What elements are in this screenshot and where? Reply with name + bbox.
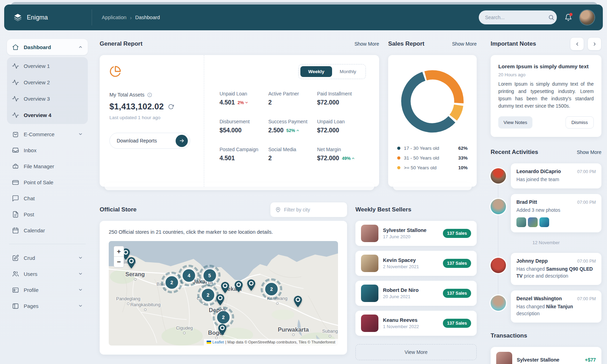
- brand[interactable]: Enigma: [4, 9, 92, 25]
- profile-avatar[interactable]: [580, 10, 594, 25]
- seller-photo: [361, 255, 378, 272]
- transaction-name: Sylvester Stallone: [517, 357, 585, 363]
- sidebar-item-overview-1[interactable]: Overview 1: [7, 58, 88, 74]
- map-pin-marker[interactable]: [293, 295, 302, 308]
- activity-avatar: [491, 168, 506, 184]
- store-map[interactable]: CilegonSerangPandeglangRangkasbitungBala…: [109, 241, 338, 346]
- sidebar-item-chat[interactable]: Chat: [7, 190, 88, 206]
- sidebar-item-label: Chat: [24, 195, 83, 201]
- weekly-best-sellers-title: Weekly Best Sellers: [355, 206, 411, 213]
- sales-report-show-more[interactable]: Show More: [452, 41, 477, 47]
- sidebar-item-overview-2[interactable]: Overview 2: [7, 74, 88, 91]
- breadcrumb-parent[interactable]: Application: [102, 15, 126, 20]
- map-pin-marker[interactable]: [216, 294, 224, 306]
- sidebar-item-pages[interactable]: Pages: [7, 298, 88, 314]
- seller-card[interactable]: Sylvester Stallone 17 June 2020 137 Sale…: [355, 221, 477, 246]
- filter-by-city-input[interactable]: [284, 207, 347, 212]
- activity-avatar: [491, 295, 506, 311]
- seller-date: 20 June 2021: [383, 294, 443, 299]
- seller-card[interactable]: Keanu Reeves 1 November 2022 137 Sales: [355, 311, 477, 336]
- activity-card[interactable]: Brad Pitt 07:00 PM Added 3 new photos: [511, 194, 601, 232]
- photo-thumbnail: [528, 217, 538, 227]
- chevron-down-icon: [78, 132, 83, 137]
- sidebar-item-file-manager[interactable]: File Manager: [7, 158, 88, 174]
- breadcrumb-current[interactable]: Dashboard: [135, 15, 160, 20]
- toggle-monthly[interactable]: Monthly: [332, 66, 364, 77]
- transaction-avatar: [496, 352, 512, 364]
- activity-card[interactable]: Denzel Washington 07:00 PM Has changed N…: [511, 291, 601, 323]
- general-report-show-more[interactable]: Show More: [354, 41, 379, 47]
- download-reports-button[interactable]: Download Reports: [109, 133, 190, 149]
- notes-next-button[interactable]: [587, 37, 601, 51]
- notes-prev-button[interactable]: [570, 37, 584, 51]
- notification-badge: [569, 13, 573, 16]
- map-pin-marker[interactable]: [127, 257, 136, 269]
- stat-unpaid-loan-2: Unpaid Loan $72.000: [317, 119, 366, 134]
- note-heading: Lorem Ipsum is simply dummy text: [498, 63, 594, 70]
- activity-card[interactable]: Leonardo DiCaprio 07:00 PM Has joined th…: [511, 163, 601, 188]
- search-input[interactable]: [485, 15, 548, 20]
- activity-icon: [12, 79, 19, 86]
- activity-avatar: [491, 258, 506, 273]
- sidebar-item-users[interactable]: Users: [7, 266, 88, 282]
- legend-row: >= 50 Years old 10%: [397, 165, 468, 170]
- map-cluster-marker[interactable]: 4: [183, 269, 195, 282]
- sidebar-item-label: Inbox: [24, 147, 83, 153]
- recent-activities-show-more[interactable]: Show More: [577, 149, 601, 155]
- notifications-button[interactable]: [564, 14, 572, 21]
- zoom-in-button[interactable]: +: [114, 246, 124, 257]
- sidebar-item-profile[interactable]: Profile: [7, 282, 88, 298]
- pie-chart-icon: [109, 65, 194, 77]
- sidebar-item-label: Pages: [24, 303, 78, 309]
- refresh-icon[interactable]: [168, 104, 174, 110]
- dismiss-button[interactable]: Dismiss: [566, 116, 594, 129]
- map-city-dot: [329, 335, 331, 338]
- sidebar-item-calendar[interactable]: Calendar: [7, 222, 88, 238]
- map-pin-marker[interactable]: [235, 280, 243, 293]
- sidebar-item-inbox[interactable]: Inbox: [7, 142, 88, 158]
- seller-date: 1 November 2022: [383, 324, 443, 329]
- view-more-button[interactable]: View More: [355, 344, 477, 360]
- activity-time: 07:00 PM: [577, 259, 596, 264]
- sidebar-item-overview-4[interactable]: Overview 4: [7, 107, 88, 123]
- activity-card[interactable]: Johnny Depp 07:00 PM Has changed Samsung…: [511, 253, 601, 285]
- view-notes-button[interactable]: View Notes: [498, 116, 532, 129]
- sidebar-item-ecommerce[interactable]: E-Commerce: [7, 126, 88, 142]
- map-cluster-marker[interactable]: 2: [202, 289, 214, 301]
- sidebar-item-post[interactable]: Post: [7, 206, 88, 222]
- transaction-item[interactable]: Sylvester Stallone +$77: [491, 347, 601, 364]
- map-city-dot: [127, 303, 129, 305]
- sidebar-item-overview-3[interactable]: Overview 3: [7, 91, 88, 107]
- stats-grid: Unpaid Loan 4.501 2% Active Partner 2: [220, 91, 366, 162]
- sidebar-item-crud[interactable]: Crud: [7, 250, 88, 266]
- transaction-amount: +$77: [585, 357, 596, 363]
- sidebar-item-point-of-sale[interactable]: Point of Sale: [7, 174, 88, 190]
- map-city-dot: [183, 332, 186, 334]
- map-pin-marker[interactable]: [247, 279, 256, 291]
- main-content: General Report Show More: [92, 33, 601, 364]
- stat-success-payment: Success Payment 2.500 52%: [268, 119, 317, 134]
- map-pin-marker[interactable]: [221, 281, 229, 294]
- seller-card[interactable]: Robert De Niro 20 June 2021 137 Sales: [355, 281, 477, 306]
- map-cluster-marker[interactable]: 2: [217, 311, 230, 324]
- zoom-out-button[interactable]: −: [114, 257, 124, 267]
- map-cluster-marker[interactable]: 2: [166, 276, 178, 289]
- activity-time: 07:00 PM: [577, 169, 596, 174]
- legend-dot: [397, 166, 400, 169]
- map-pin-marker[interactable]: [218, 324, 227, 336]
- period-toggle: Weekly Monthly: [298, 64, 366, 79]
- sidebar-item-label: Crud: [24, 255, 78, 261]
- toggle-weekly[interactable]: Weekly: [300, 66, 332, 77]
- sales-badge: 137 Sales: [443, 229, 471, 238]
- map-cluster-marker[interactable]: 2: [265, 283, 278, 295]
- layers-icon: [13, 13, 22, 22]
- sidebar-item-dashboard[interactable]: Dashboard: [7, 39, 88, 55]
- map-cluster-marker[interactable]: 5: [203, 269, 216, 282]
- chevron-left-icon: [575, 41, 580, 47]
- map-city-label: Subang: [322, 328, 338, 334]
- map-city-dot: [144, 308, 147, 311]
- seller-name: Kevin Spacey: [383, 257, 443, 263]
- stat-active-partner: Active Partner 2: [268, 91, 317, 106]
- seller-card[interactable]: Kevin Spacey 2 November 2021 137 Sales: [355, 251, 477, 276]
- leaflet-link[interactable]: Leaflet: [213, 340, 224, 344]
